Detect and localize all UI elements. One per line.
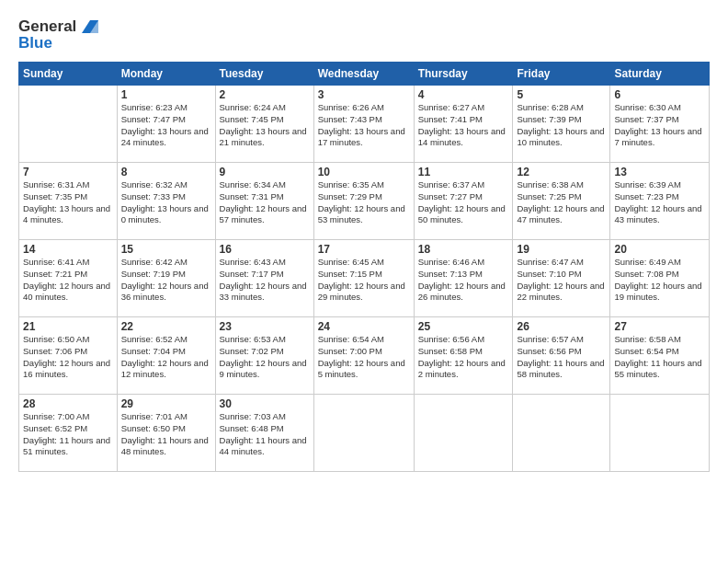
day-number: 6 — [614, 88, 705, 101]
logo-icon — [78, 17, 98, 37]
svg-marker-1 — [90, 20, 98, 33]
day-info: Sunrise: 6:49 AMSunset: 7:08 PMDaylight:… — [614, 257, 705, 304]
calendar-cell: 3Sunrise: 6:26 AMSunset: 7:43 PMDaylight… — [313, 86, 414, 163]
calendar-cell: 18Sunrise: 6:46 AMSunset: 7:13 PMDayligh… — [414, 240, 513, 317]
day-number: 4 — [418, 88, 509, 101]
logo-general-text: General — [18, 17, 76, 36]
calendar-cell: 14Sunrise: 6:41 AMSunset: 7:21 PMDayligh… — [19, 240, 118, 317]
day-number: 11 — [418, 166, 509, 178]
day-number: 19 — [517, 243, 606, 256]
day-number: 12 — [517, 166, 606, 178]
calendar-cell: 4Sunrise: 6:27 AMSunset: 7:41 PMDaylight… — [414, 86, 513, 163]
calendar-cell: 13Sunrise: 6:39 AMSunset: 7:23 PMDayligh… — [610, 163, 710, 240]
day-info: Sunrise: 6:39 AMSunset: 7:23 PMDaylight:… — [614, 179, 705, 226]
day-number: 17 — [318, 243, 410, 256]
day-number: 25 — [418, 320, 509, 333]
calendar-cell: 21Sunrise: 6:50 AMSunset: 7:06 PMDayligh… — [19, 317, 118, 395]
day-number: 8 — [121, 166, 211, 178]
weekday-header-sunday: Sunday — [19, 63, 118, 86]
day-info: Sunrise: 6:24 AMSunset: 7:45 PMDaylight:… — [220, 102, 310, 149]
calendar-cell: 25Sunrise: 6:56 AMSunset: 6:58 PMDayligh… — [414, 317, 513, 395]
calendar-cell — [414, 395, 513, 472]
week-row-4: 21Sunrise: 6:50 AMSunset: 7:06 PMDayligh… — [19, 317, 710, 395]
day-info: Sunrise: 6:30 AMSunset: 7:37 PMDaylight:… — [614, 102, 705, 149]
day-number: 30 — [220, 397, 310, 410]
calendar-cell: 24Sunrise: 6:54 AMSunset: 7:00 PMDayligh… — [313, 317, 414, 395]
day-number: 23 — [220, 320, 310, 333]
day-info: Sunrise: 6:45 AMSunset: 7:15 PMDaylight:… — [318, 257, 410, 304]
day-info: Sunrise: 6:42 AMSunset: 7:19 PMDaylight:… — [121, 257, 211, 304]
calendar-cell — [513, 395, 610, 472]
weekday-header-thursday: Thursday — [414, 63, 513, 86]
day-number: 9 — [220, 166, 310, 178]
weekday-header-row: SundayMondayTuesdayWednesdayThursdayFrid… — [19, 63, 710, 86]
day-number: 1 — [121, 88, 211, 101]
day-info: Sunrise: 6:53 AMSunset: 7:02 PMDaylight:… — [220, 334, 310, 381]
page: General Blue SundayMondayTuesdayWednesda… — [0, 0, 728, 563]
calendar-cell — [19, 86, 118, 163]
weekday-header-friday: Friday — [513, 63, 610, 86]
weekday-header-saturday: Saturday — [610, 63, 710, 86]
day-info: Sunrise: 6:37 AMSunset: 7:27 PMDaylight:… — [418, 179, 509, 226]
day-number: 20 — [614, 243, 705, 256]
day-number: 22 — [121, 320, 211, 333]
day-info: Sunrise: 7:00 AMSunset: 6:52 PMDaylight:… — [23, 411, 113, 458]
day-number: 26 — [517, 320, 606, 333]
week-row-3: 14Sunrise: 6:41 AMSunset: 7:21 PMDayligh… — [19, 240, 710, 317]
day-number: 5 — [517, 88, 606, 101]
day-info: Sunrise: 6:27 AMSunset: 7:41 PMDaylight:… — [418, 102, 509, 149]
calendar-cell: 23Sunrise: 6:53 AMSunset: 7:02 PMDayligh… — [215, 317, 313, 395]
day-info: Sunrise: 6:35 AMSunset: 7:29 PMDaylight:… — [318, 179, 410, 226]
weekday-header-tuesday: Tuesday — [215, 63, 313, 86]
calendar-cell: 29Sunrise: 7:01 AMSunset: 6:50 PMDayligh… — [117, 395, 215, 472]
weekday-header-monday: Monday — [117, 63, 215, 86]
day-info: Sunrise: 6:34 AMSunset: 7:31 PMDaylight:… — [220, 179, 310, 226]
day-info: Sunrise: 6:46 AMSunset: 7:13 PMDaylight:… — [418, 257, 509, 304]
calendar-cell: 22Sunrise: 6:52 AMSunset: 7:04 PMDayligh… — [117, 317, 215, 395]
week-row-5: 28Sunrise: 7:00 AMSunset: 6:52 PMDayligh… — [19, 395, 710, 472]
logo-blue-text: Blue — [18, 34, 98, 52]
day-info: Sunrise: 6:50 AMSunset: 7:06 PMDaylight:… — [23, 334, 113, 381]
day-number: 10 — [318, 166, 410, 178]
day-info: Sunrise: 6:52 AMSunset: 7:04 PMDaylight:… — [121, 334, 211, 381]
calendar-cell: 19Sunrise: 6:47 AMSunset: 7:10 PMDayligh… — [513, 240, 610, 317]
day-info: Sunrise: 6:38 AMSunset: 7:25 PMDaylight:… — [517, 179, 606, 226]
day-number: 13 — [614, 166, 705, 178]
day-info: Sunrise: 6:56 AMSunset: 6:58 PMDaylight:… — [418, 334, 509, 381]
day-info: Sunrise: 6:54 AMSunset: 7:00 PMDaylight:… — [318, 334, 410, 381]
calendar-cell — [610, 395, 710, 472]
calendar-cell: 8Sunrise: 6:32 AMSunset: 7:33 PMDaylight… — [117, 163, 215, 240]
calendar-cell: 7Sunrise: 6:31 AMSunset: 7:35 PMDaylight… — [19, 163, 118, 240]
day-info: Sunrise: 6:23 AMSunset: 7:47 PMDaylight:… — [121, 102, 211, 149]
day-number: 14 — [23, 243, 113, 256]
day-number: 29 — [121, 397, 211, 410]
day-number: 28 — [23, 397, 113, 410]
calendar-cell: 17Sunrise: 6:45 AMSunset: 7:15 PMDayligh… — [313, 240, 414, 317]
day-info: Sunrise: 6:28 AMSunset: 7:39 PMDaylight:… — [517, 102, 606, 149]
day-info: Sunrise: 6:32 AMSunset: 7:33 PMDaylight:… — [121, 179, 211, 226]
logo: General Blue — [18, 17, 98, 52]
header: General Blue — [18, 17, 710, 52]
day-info: Sunrise: 7:01 AMSunset: 6:50 PMDaylight:… — [121, 411, 211, 458]
calendar-cell: 15Sunrise: 6:42 AMSunset: 7:19 PMDayligh… — [117, 240, 215, 317]
day-number: 27 — [614, 320, 705, 333]
week-row-2: 7Sunrise: 6:31 AMSunset: 7:35 PMDaylight… — [19, 163, 710, 240]
calendar-cell: 2Sunrise: 6:24 AMSunset: 7:45 PMDaylight… — [215, 86, 313, 163]
day-number: 2 — [220, 88, 310, 101]
weekday-header-wednesday: Wednesday — [313, 63, 414, 86]
calendar-cell: 20Sunrise: 6:49 AMSunset: 7:08 PMDayligh… — [610, 240, 710, 317]
calendar-cell: 5Sunrise: 6:28 AMSunset: 7:39 PMDaylight… — [513, 86, 610, 163]
calendar-cell — [313, 395, 414, 472]
week-row-1: 1Sunrise: 6:23 AMSunset: 7:47 PMDaylight… — [19, 86, 710, 163]
calendar-cell: 27Sunrise: 6:58 AMSunset: 6:54 PMDayligh… — [610, 317, 710, 395]
day-number: 15 — [121, 243, 211, 256]
calendar-cell: 16Sunrise: 6:43 AMSunset: 7:17 PMDayligh… — [215, 240, 313, 317]
calendar-table: SundayMondayTuesdayWednesdayThursdayFrid… — [18, 62, 710, 472]
calendar-cell: 10Sunrise: 6:35 AMSunset: 7:29 PMDayligh… — [313, 163, 414, 240]
calendar-cell: 30Sunrise: 7:03 AMSunset: 6:48 PMDayligh… — [215, 395, 313, 472]
day-info: Sunrise: 6:43 AMSunset: 7:17 PMDaylight:… — [220, 257, 310, 304]
day-info: Sunrise: 7:03 AMSunset: 6:48 PMDaylight:… — [220, 411, 310, 458]
calendar-cell: 9Sunrise: 6:34 AMSunset: 7:31 PMDaylight… — [215, 163, 313, 240]
calendar-cell: 26Sunrise: 6:57 AMSunset: 6:56 PMDayligh… — [513, 317, 610, 395]
day-number: 18 — [418, 243, 509, 256]
